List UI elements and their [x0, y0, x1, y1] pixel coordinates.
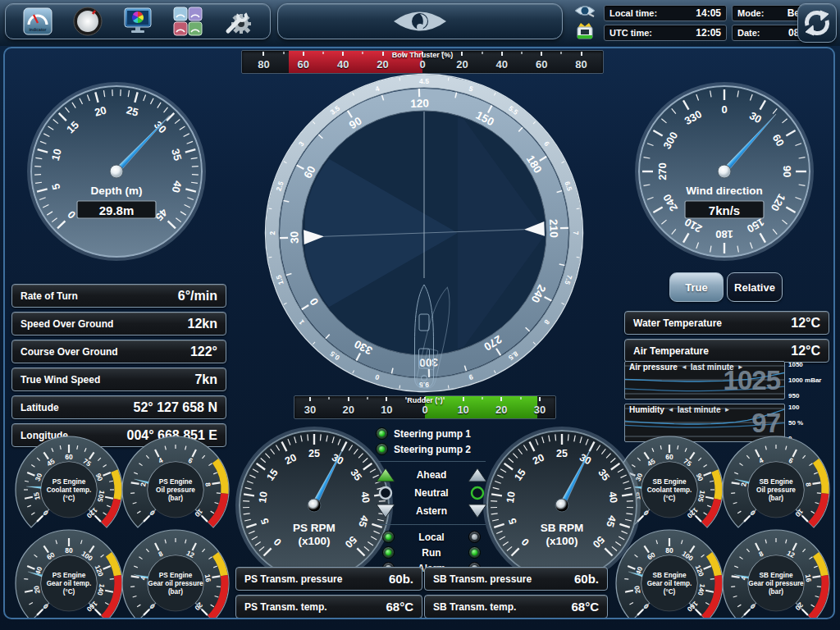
top-toolbar: indicator — [0, 0, 840, 46]
svg-text:SB Engine: SB Engine — [653, 572, 687, 579]
svg-text:80: 80 — [65, 546, 73, 555]
steering-pump-2-led — [376, 443, 388, 455]
air-pressure-title: Air pressure — [629, 363, 678, 372]
nav-field-row: Rate of Turn6°/min — [11, 284, 226, 308]
bar-tick-label: 10 — [457, 404, 468, 416]
sb-gear-oil-pressure-gauge: 048121620SB EngineGear oil pressure(bar) — [720, 527, 832, 619]
bar-tick-label: 30 — [304, 404, 316, 416]
bar-tick-label: 20 — [342, 404, 354, 416]
rudder-angle-bar: Rudder (°) 3020100102030 — [294, 395, 556, 419]
svg-text:210: 210 — [547, 219, 560, 238]
svg-text:Gear oil temp.: Gear oil temp. — [47, 580, 92, 587]
svg-text:60: 60 — [665, 453, 673, 461]
air-pressure-prev-arrow[interactable]: ◄ — [681, 363, 687, 371]
svg-text:(°C): (°C) — [63, 495, 75, 502]
svg-text:270: 270 — [656, 162, 669, 180]
svg-text:16: 16 — [804, 573, 813, 582]
bar-tick-label: 0 — [422, 404, 427, 416]
air-pressure-panel: Air pressure ◄ last minute ► 1025 1050 1… — [624, 361, 829, 399]
gauge-themes-icon — [171, 5, 204, 38]
telegraph-label: Ahead — [395, 469, 468, 481]
sb-transm-row: SB Transm. pressure60b. — [424, 567, 608, 591]
field-value: 12°C — [791, 316, 820, 331]
status-led-row: Local — [376, 531, 487, 543]
svg-text:indicator: indicator — [29, 27, 46, 32]
indicator-gauge-button[interactable]: indicator — [19, 5, 57, 38]
field-value: 60b. — [574, 572, 599, 586]
svg-text:PS Engine: PS Engine — [52, 572, 86, 579]
air-pressure-next-arrow[interactable]: ► — [737, 363, 744, 371]
sb-run-led — [468, 546, 481, 559]
sync-button[interactable] — [797, 3, 837, 43]
svg-text:60: 60 — [65, 453, 73, 461]
nav-field-row: Latitude52° 127 658 N — [11, 395, 226, 419]
air-pressure-graph: Air pressure ◄ last minute ► 1025 — [624, 361, 785, 399]
depth-gauge: 051015202530354045Depth (m)29.8m — [26, 81, 207, 262]
humidity-title: Humidity — [629, 405, 664, 414]
field-label: PS Transm. pressure — [244, 573, 342, 585]
bar-tick-label: 20 — [495, 404, 507, 416]
telegraph-row: Neutral — [376, 486, 487, 500]
svg-text:10: 10 — [257, 491, 270, 504]
svg-text:(x100): (x100) — [546, 535, 578, 547]
wind-true-button[interactable]: True — [669, 272, 724, 302]
steering-pump-label: Steering pump 2 — [394, 444, 471, 455]
svg-text:PS RPM: PS RPM — [293, 522, 336, 534]
field-label: PS Transm. temp. — [244, 601, 327, 613]
status-led-row: Run — [376, 546, 487, 559]
field-label: Speed Over Ground — [21, 318, 113, 330]
eye-key-icon[interactable] — [573, 3, 596, 18]
bar-tick-label: 60 — [298, 58, 309, 71]
humidity-value: 97 — [751, 408, 780, 439]
bar-tick-label: 30 — [534, 404, 546, 416]
nav-field-row: True Wind Speed7kn — [11, 368, 226, 391]
telegraph-down-symbol — [468, 504, 487, 518]
svg-text:Gear oil pressure: Gear oil pressure — [148, 580, 203, 587]
field-value: 68°C — [571, 600, 599, 614]
wind-relative-button[interactable]: Relative — [727, 272, 783, 302]
svg-text:(bar): (bar) — [769, 495, 783, 502]
field-label: SB Transm. pressure — [433, 573, 532, 585]
telegraph-row: Astern — [376, 504, 487, 518]
svg-text:SB RPM: SB RPM — [541, 522, 584, 534]
tools-settings-button[interactable] — [219, 5, 257, 38]
svg-text:Wind direction: Wind direction — [686, 185, 763, 197]
svg-text:SB Engine: SB Engine — [760, 572, 793, 579]
svg-text:0: 0 — [721, 103, 727, 116]
bar-tick-label: 20 — [377, 58, 388, 71]
sb-transm-row: SB Transm. temp.68°C — [424, 595, 608, 619]
humidity-prev-arrow[interactable]: ◄ — [668, 406, 674, 413]
ps-run-led — [382, 546, 395, 559]
svg-text:PS Engine: PS Engine — [159, 478, 193, 486]
dial-knob-button[interactable] — [69, 5, 107, 38]
telegraph-label: Astern — [395, 505, 468, 517]
field-label: Water Temperature — [633, 317, 722, 329]
svg-text:40: 40 — [358, 491, 372, 504]
humidity-next-arrow[interactable]: ► — [724, 406, 731, 413]
svg-text:2: 2 — [268, 231, 276, 235]
svg-text:10: 10 — [504, 491, 518, 504]
svg-text:Gear oil pressure: Gear oil pressure — [748, 580, 804, 587]
svg-text:Gear oil temp.: Gear oil temp. — [647, 580, 692, 587]
air-pressure-range-label: last minute — [691, 363, 734, 372]
svg-text:80: 80 — [665, 546, 673, 555]
status-icon-stack — [571, 3, 599, 41]
bow-thruster-title: Bow Thruster (%) — [242, 51, 603, 59]
nav-field-row: Speed Over Ground12kn — [11, 312, 226, 336]
svg-text:29.8m: 29.8m — [99, 203, 135, 217]
telegraph-up-symbol — [376, 468, 395, 482]
field-label: Latitude — [21, 402, 59, 413]
sb-transmission-list: SB Transm. pressure60b.SB Transm. temp.6… — [424, 567, 608, 619]
telegraph-circle-symbol — [376, 486, 395, 500]
bridge-dashboard: { "topbar": { "icon_buttons": [ {"name":… — [0, 0, 840, 630]
bar-tick-label: 80 — [575, 58, 587, 71]
svg-text:(bar): (bar) — [168, 588, 183, 596]
svg-text:4.5: 4.5 — [419, 77, 429, 85]
bar-tick-label: 20 — [456, 58, 468, 71]
gauge-themes-button[interactable] — [169, 5, 207, 38]
network-port-icon[interactable] — [574, 21, 596, 41]
svg-text:(bar): (bar) — [769, 588, 783, 596]
steering-pump-label: Steering pump 1 — [394, 428, 471, 440]
telegraph-up-symbol — [468, 468, 487, 482]
display-colors-button[interactable] — [119, 5, 157, 38]
